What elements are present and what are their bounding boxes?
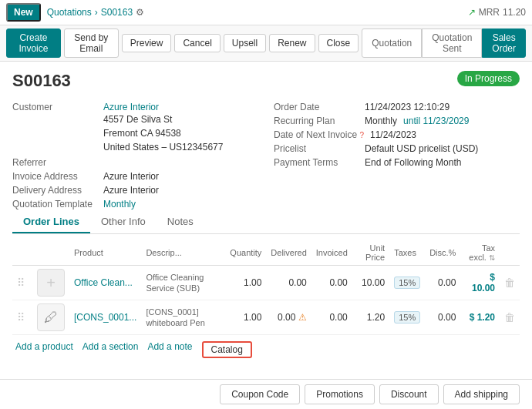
- invoice-address-value[interactable]: Azure Interior: [103, 171, 159, 182]
- delivered-cell-2: 0.00 ⚠: [266, 300, 311, 335]
- next-invoice-value[interactable]: 11/24/2023: [370, 129, 416, 140]
- payment-terms-value[interactable]: End of Following Month: [365, 157, 461, 168]
- customer-value[interactable]: Azure Interior: [103, 102, 223, 112]
- customer-row: Customer Azure Interior 4557 De Silva St…: [12, 100, 258, 156]
- quotation-template-value[interactable]: Monthly: [103, 199, 136, 210]
- pricelist-label: Pricelist: [274, 143, 359, 154]
- delivery-address-row: Delivery Address Azure Interior: [12, 183, 258, 197]
- footer-bar: Coupon Code Promotions Discount Add ship…: [0, 379, 532, 409]
- gear-icon[interactable]: ⚙: [136, 7, 144, 18]
- top-bar: New Quotations › S00163 ⚙ ↗ MRR 11.20: [0, 0, 532, 25]
- delivered-cell-1: 0.00: [266, 266, 311, 300]
- delete-icon-2[interactable]: 🗑: [504, 311, 515, 324]
- col-quantity: Quantity: [225, 240, 266, 266]
- create-invoice-button[interactable]: Create Invoice: [6, 28, 61, 58]
- coupon-code-button[interactable]: Coupon Code: [220, 384, 300, 404]
- breadcrumb-sep: ›: [95, 7, 98, 18]
- close-button[interactable]: Close: [318, 34, 359, 52]
- recurring-plan-label: Recurring Plan: [274, 116, 359, 126]
- recurring-plan-row: Recurring Plan Monthly until 11/23/2029: [274, 114, 520, 128]
- pricelist-row: Pricelist Default USD pricelist (USD): [274, 142, 520, 156]
- order-date-label: Order Date: [274, 102, 359, 112]
- promotions-button[interactable]: Promotions: [305, 384, 375, 404]
- col-delivered: Delivered: [266, 240, 311, 266]
- status-tabs: Quotation Quotation Sent Sales Order: [362, 28, 526, 58]
- delete-cell-1[interactable]: 🗑: [500, 266, 520, 300]
- invoiced-cell-2: 0.00: [311, 300, 352, 335]
- form-left: Customer Azure Interior 4557 De Silva St…: [12, 100, 258, 211]
- tab-notes[interactable]: Notes: [157, 211, 204, 233]
- tab-quotation-sent[interactable]: Quotation Sent: [422, 28, 482, 58]
- add-section-link[interactable]: Add a section: [82, 341, 139, 358]
- renew-button[interactable]: Renew: [269, 34, 315, 52]
- product-desc-2: [CONS_0001] whiteboard Pen: [146, 307, 204, 327]
- form-right: Order Date 11/24/2023 12:10:29 Recurring…: [274, 100, 520, 211]
- table-row: ⠿ 🖊 [CONS_0001... [CONS_0001] whiteboard…: [12, 300, 520, 335]
- upsell-button[interactable]: Upsell: [224, 34, 266, 52]
- add-product-link[interactable]: Add a product: [15, 341, 73, 358]
- trend-up-icon: ↗: [468, 7, 476, 18]
- tab-sales-order[interactable]: Sales Order: [482, 28, 526, 58]
- invoice-address-label: Invoice Address: [12, 171, 97, 182]
- tab-other-info[interactable]: Other Info: [90, 211, 157, 233]
- doc-header: S00163 In Progress: [12, 71, 520, 91]
- action-bar: Create Invoice Send by Email Preview Can…: [0, 25, 532, 62]
- invoice-address-row: Invoice Address Azure Interior: [12, 169, 258, 183]
- tab-order-lines[interactable]: Order Lines: [12, 211, 90, 233]
- customer-address: 4557 De Silva St Fremont CA 94538 United…: [103, 112, 223, 154]
- discount-button[interactable]: Discount: [379, 384, 439, 404]
- referrer-row: Referrer: [12, 156, 258, 169]
- disc-cell-1[interactable]: 0.00: [425, 266, 460, 300]
- next-invoice-label: Date of Next Invoice ?: [274, 129, 364, 140]
- col-unit-price: Unit Price: [352, 240, 389, 266]
- product-desc-cell-2[interactable]: [CONS_0001] whiteboard Pen: [141, 300, 225, 335]
- product-image-2: 🖊: [37, 303, 65, 331]
- catalog-button[interactable]: Catalog: [202, 341, 252, 358]
- product-thumb-2: 🖊: [32, 300, 69, 335]
- product-name-cell-2[interactable]: [CONS_0001...: [69, 300, 141, 335]
- mrr-value: 11.20: [503, 7, 526, 18]
- doc-title: S00163: [12, 71, 71, 91]
- add-shipping-button[interactable]: Add shipping: [443, 384, 520, 404]
- send-by-email-button[interactable]: Send by Email: [64, 28, 119, 58]
- invoiced-cell-1: 0.00: [311, 266, 352, 300]
- mrr-label: MRR: [479, 7, 500, 18]
- order-date-value[interactable]: 11/24/2023 12:10:29: [365, 102, 450, 112]
- pricelist-value[interactable]: Default USD pricelist (USD): [365, 143, 478, 154]
- quantity-cell-1[interactable]: 1.00: [225, 266, 266, 300]
- tab-quotation[interactable]: Quotation: [362, 28, 422, 58]
- tax-cell-2[interactable]: 15%: [389, 300, 425, 335]
- recurring-plan-until: until 11/23/2029: [403, 116, 469, 126]
- product-desc-cell-1[interactable]: Office Cleaning Service (SUB): [141, 266, 225, 300]
- product-name-cell-1[interactable]: Office Clean...: [69, 266, 141, 300]
- breadcrumb-quotations[interactable]: Quotations: [47, 7, 92, 18]
- unit-price-cell-1[interactable]: 10.00: [352, 266, 389, 300]
- unit-price-cell-2[interactable]: 1.20: [352, 300, 389, 335]
- cancel-button[interactable]: Cancel: [174, 34, 220, 52]
- order-lines-table: Product Descrip... Quantity Delivered In…: [12, 240, 520, 335]
- drag-handle-2[interactable]: ⠿: [12, 300, 32, 335]
- drag-handle-1[interactable]: ⠿: [12, 266, 32, 300]
- col-delete: [500, 240, 520, 266]
- preview-button[interactable]: Preview: [122, 34, 172, 52]
- delete-icon-1[interactable]: 🗑: [504, 277, 515, 289]
- disc-cell-2[interactable]: 0.00: [425, 300, 460, 335]
- next-invoice-row: Date of Next Invoice ? 11/24/2023: [274, 128, 520, 142]
- delete-cell-2[interactable]: 🗑: [500, 300, 520, 335]
- add-links-row: Add a product Add a section Add a note C…: [12, 335, 520, 364]
- add-note-link[interactable]: Add a note: [147, 341, 192, 358]
- delivery-address-value[interactable]: Azure Interior: [103, 185, 159, 196]
- quotation-template-row: Quotation Template Monthly: [12, 197, 258, 211]
- product-desc-1: Office Cleaning Service (SUB): [146, 273, 204, 293]
- col-thumb: [32, 240, 69, 266]
- tax-cell-1[interactable]: 15%: [389, 266, 425, 300]
- tax-badge-2: 15%: [394, 311, 420, 324]
- breadcrumb-current: S00163: [101, 7, 133, 18]
- product-thumb-1: +: [32, 266, 69, 300]
- payment-terms-row: Payment Terms End of Following Month: [274, 156, 520, 169]
- recurring-plan-value[interactable]: Monthly: [365, 116, 397, 126]
- new-button[interactable]: New: [6, 3, 41, 22]
- payment-terms-label: Payment Terms: [274, 157, 359, 168]
- address-line3: United States – US12345677: [103, 140, 223, 154]
- quantity-cell-2[interactable]: 1.00: [225, 300, 266, 335]
